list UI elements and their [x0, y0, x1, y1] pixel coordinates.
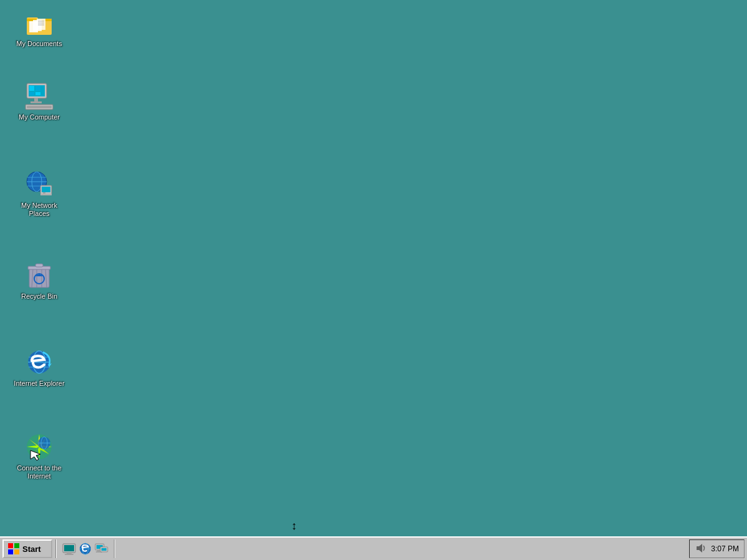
desktop: My Documents My Computer — [0, 0, 747, 536]
svg-rect-13 — [29, 92, 34, 95]
network-places-label: My Network Places — [14, 202, 65, 218]
quick-launch-area — [60, 542, 111, 556]
ie-quick-icon — [78, 542, 92, 556]
svg-rect-26 — [43, 192, 45, 194]
connect-internet-icon — [24, 432, 54, 462]
desktop-icon-my-computer[interactable]: My Computer — [11, 78, 67, 124]
my-computer-label: My Computer — [19, 113, 60, 121]
svg-rect-61 — [67, 553, 72, 554]
svg-rect-15 — [34, 98, 38, 101]
svg-rect-18 — [27, 106, 52, 108]
recycle-bin-label: Recycle Bin — [21, 292, 57, 301]
svg-rect-60 — [64, 545, 74, 551]
resize-cursor: ↕ — [291, 520, 297, 533]
svg-rect-57 — [8, 549, 13, 554]
taskbar: Start — [0, 536, 747, 560]
desktop-icon-my-documents[interactable]: My Documents — [11, 5, 67, 50]
svg-rect-27 — [40, 194, 52, 195]
desktop-icon-network-places[interactable]: My Network Places — [11, 167, 67, 220]
desktop-icon-ie[interactable]: Internet Explorer — [11, 345, 67, 390]
svg-marker-72 — [697, 544, 702, 553]
my-documents-label: My Documents — [16, 40, 62, 48]
ie-icon — [24, 347, 54, 377]
svg-rect-62 — [65, 554, 73, 555]
svg-rect-25 — [42, 187, 50, 192]
start-label: Start — [22, 544, 41, 554]
svg-rect-68 — [97, 550, 100, 551]
system-tray: 3:07 PM — [689, 539, 745, 558]
svg-rect-34 — [35, 264, 43, 267]
desktop-icon-connect-internet[interactable]: Connect to the Internet — [11, 429, 67, 483]
volume-icon[interactable] — [695, 542, 707, 556]
svg-rect-71 — [101, 548, 106, 551]
windows-logo — [7, 543, 20, 555]
svg-rect-11 — [29, 86, 34, 91]
system-clock: 3:07 PM — [711, 544, 739, 553]
taskbar-divider-1 — [55, 539, 57, 558]
svg-rect-16 — [31, 101, 42, 103]
svg-rect-14 — [35, 92, 40, 95]
start-button[interactable]: Start — [2, 539, 52, 558]
show-desktop-icon — [62, 542, 76, 556]
connect-internet-label: Connect to the Internet — [14, 464, 65, 480]
network-quick-icon — [95, 542, 108, 556]
svg-rect-58 — [14, 549, 19, 554]
ie-quick-launch-icon[interactable] — [78, 542, 92, 556]
show-desktop-quick-icon[interactable] — [62, 542, 76, 556]
taskbar-divider-2 — [114, 539, 115, 558]
my-documents-icon — [24, 7, 54, 37]
svg-rect-5 — [37, 19, 45, 30]
my-computer-icon — [24, 81, 54, 111]
desktop-icon-recycle-bin[interactable]: Recycle Bin — [11, 258, 67, 303]
svg-rect-12 — [35, 86, 40, 91]
svg-rect-55 — [8, 543, 13, 548]
network-places-icon — [24, 169, 54, 199]
svg-rect-56 — [14, 543, 19, 548]
network-quick-launch-icon[interactable] — [95, 542, 108, 556]
ie-label: Internet Explorer — [14, 380, 64, 388]
recycle-bin-icon — [24, 260, 54, 290]
